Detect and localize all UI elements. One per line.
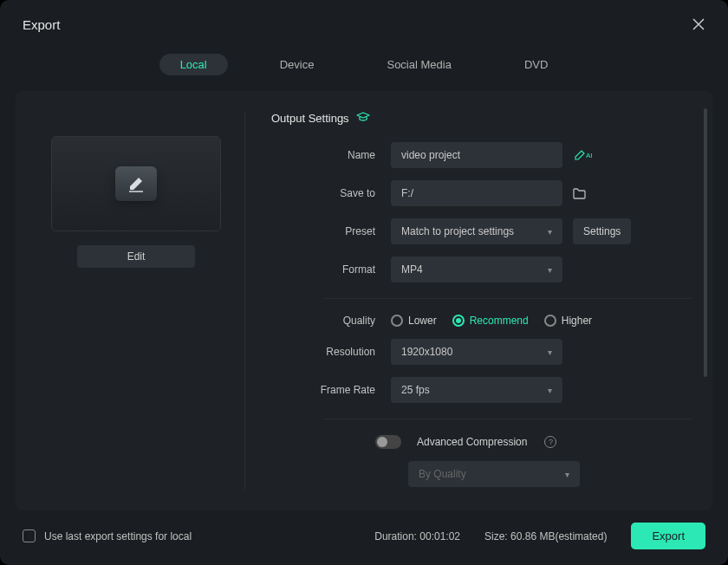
compression-mode-row: By Quality ▾ <box>271 461 692 487</box>
chevron-down-icon: ▾ <box>565 470 569 479</box>
radio-icon <box>544 315 556 327</box>
compression-label: Advanced Compression <box>417 436 527 448</box>
tab-social-media[interactable]: Social Media <box>366 54 471 75</box>
output-settings-label: Output Settings <box>271 112 349 125</box>
framerate-value: 25 fps <box>401 384 430 396</box>
name-label: Name <box>271 149 391 161</box>
quality-higher-label: Higher <box>562 315 592 327</box>
tab-device[interactable]: Device <box>259 54 335 75</box>
close-icon <box>692 18 705 30</box>
chevron-down-icon: ▾ <box>548 227 552 237</box>
saveto-row: Save to <box>271 180 692 206</box>
saveto-label: Save to <box>271 187 391 199</box>
export-tabs: Local Device Social Media DVD <box>0 54 728 75</box>
divider <box>323 298 692 299</box>
preset-value: Match to project settings <box>401 225 514 237</box>
footer-left: Use last export settings for local <box>23 529 192 542</box>
quality-lower[interactable]: Lower <box>391 315 437 327</box>
resolution-select[interactable]: 1920x1080 ▾ <box>391 339 562 365</box>
footer-right: Duration: 00:01:02 Size: 60.86 MB(estima… <box>374 523 705 549</box>
chevron-down-icon: ▾ <box>548 265 552 275</box>
quality-recommend-label: Recommend <box>470 315 529 327</box>
export-dialog: Export Local Device Social Media DVD Edi… <box>0 0 728 565</box>
resolution-value: 1920x1080 <box>401 346 452 358</box>
resolution-row: Resolution 1920x1080 ▾ <box>271 339 692 365</box>
quality-row: Quality Lower Recommend Higher <box>271 315 692 327</box>
quality-recommend[interactable]: Recommend <box>452 315 529 327</box>
name-input[interactable] <box>391 142 562 168</box>
format-row: Format MP4 ▾ <box>271 257 692 282</box>
saveto-input[interactable] <box>391 180 562 206</box>
radio-icon <box>391 315 403 327</box>
framerate-row: Frame Rate 25 fps ▾ <box>271 377 692 403</box>
quality-higher[interactable]: Higher <box>544 315 592 327</box>
quality-label: Quality <box>271 315 391 327</box>
divider <box>323 419 692 419</box>
use-last-settings-label: Use last export settings for local <box>44 530 192 542</box>
dialog-footer: Use last export settings for local Durat… <box>0 510 728 565</box>
export-button[interactable]: Export <box>631 523 705 549</box>
use-last-settings-checkbox[interactable] <box>23 529 36 542</box>
compression-toggle[interactable] <box>375 435 401 449</box>
pencil-icon <box>127 174 146 193</box>
tab-local[interactable]: Local <box>159 54 228 75</box>
scrollbar[interactable] <box>704 108 707 377</box>
duration-info: Duration: 00:01:02 <box>374 530 460 542</box>
dialog-header: Export <box>0 0 728 42</box>
content-box: Edit Output Settings Name AI <box>16 91 712 510</box>
preset-settings-button[interactable]: Settings <box>573 218 631 244</box>
folder-browse-button[interactable] <box>573 188 586 199</box>
format-label: Format <box>271 263 391 276</box>
compression-row: Advanced Compression ? <box>271 435 692 449</box>
format-value: MP4 <box>401 263 423 276</box>
ai-rename-icon[interactable]: AI <box>575 150 593 160</box>
preset-select[interactable]: Match to project settings ▾ <box>391 218 562 244</box>
dialog-title: Export <box>23 17 60 32</box>
chevron-down-icon: ▾ <box>548 386 552 395</box>
framerate-select[interactable]: 25 fps ▾ <box>391 377 562 403</box>
size-info: Size: 60.86 MB(estimated) <box>484 530 607 542</box>
tab-dvd[interactable]: DVD <box>504 54 569 75</box>
compression-mode-select: By Quality ▾ <box>408 461 580 487</box>
preview-panel: Edit <box>36 112 236 490</box>
folder-icon <box>573 188 586 199</box>
chevron-down-icon: ▾ <box>548 347 552 357</box>
output-settings-title: Output Settings <box>271 112 692 125</box>
preview-placeholder-icon <box>115 166 157 201</box>
settings-panel: Output Settings Name AI Save to <box>244 112 692 490</box>
edit-button[interactable]: Edit <box>77 245 195 268</box>
format-select[interactable]: MP4 ▾ <box>391 257 562 282</box>
compression-mode-value: By Quality <box>419 468 466 480</box>
preset-row: Preset Match to project settings ▾ Setti… <box>271 218 692 244</box>
radio-icon <box>452 315 465 327</box>
graduation-cap-icon[interactable] <box>356 112 370 125</box>
close-button[interactable] <box>690 16 707 33</box>
help-icon[interactable]: ? <box>544 436 556 448</box>
quality-lower-label: Lower <box>408 315 437 327</box>
resolution-label: Resolution <box>271 346 391 358</box>
quality-radio-group: Lower Recommend Higher <box>391 315 592 327</box>
pencil-ai-icon <box>575 150 585 160</box>
video-preview[interactable] <box>51 136 221 231</box>
name-row: Name AI <box>271 142 692 168</box>
content-area: Edit Output Settings Name AI <box>0 91 728 510</box>
preset-label: Preset <box>271 225 391 237</box>
framerate-label: Frame Rate <box>271 384 391 396</box>
